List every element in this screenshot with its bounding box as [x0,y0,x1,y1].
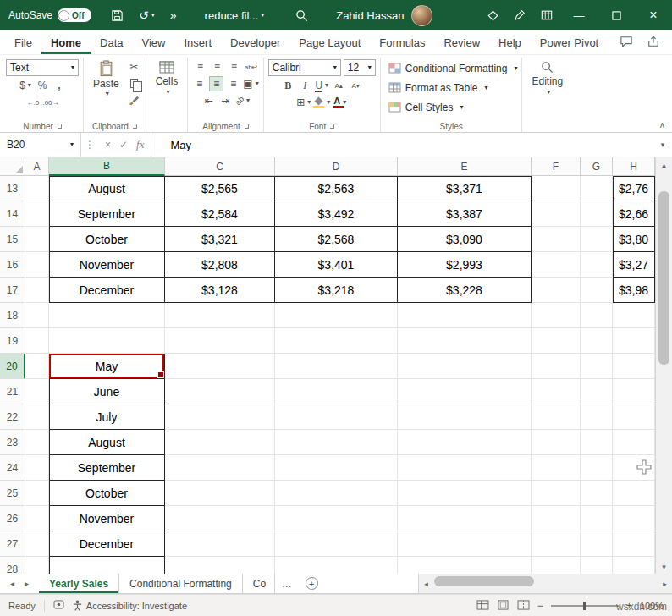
cell-H26[interactable] [613,506,655,531]
cell-C27[interactable] [165,531,275,557]
cell-D22[interactable] [275,404,398,430]
tab-home[interactable]: Home [41,30,91,54]
cell-C28[interactable] [165,557,275,574]
row-header-16[interactable]: 16 [0,252,25,278]
macro-record-icon[interactable] [53,600,64,611]
zoom-slider[interactable] [551,605,619,607]
cancel-icon[interactable]: × [105,139,111,151]
row-header-26[interactable]: 26 [0,506,25,531]
row-header-13[interactable]: 13 [0,176,25,201]
sheet-tab-co[interactable]: Co [243,574,275,593]
document-title[interactable]: reduce fil...▾ [205,9,265,22]
cell-F15[interactable] [532,227,581,252]
name-box[interactable]: B20▾ [0,133,81,157]
cell-D27[interactable] [275,531,398,557]
align-top-button[interactable]: ≡ [193,59,207,74]
cell-E17[interactable]: $3,228 [398,278,532,303]
tab-page-layout[interactable]: Page Layout [289,30,370,54]
cell-A24[interactable] [25,455,49,481]
cell-G19[interactable] [581,328,613,354]
cell-D13[interactable]: $2,563 [275,176,398,201]
cell-H28[interactable] [613,557,655,574]
cell-G27[interactable] [581,531,613,557]
font-size-dropdown[interactable]: 12▾ [344,59,376,76]
dialog-launcher-icon[interactable] [330,124,334,129]
search-button[interactable] [288,0,316,30]
underline-button[interactable]: U▾ [315,78,329,93]
cell-H25[interactable] [613,481,655,506]
dialog-launcher-icon[interactable] [133,124,137,129]
cell-G21[interactable] [581,379,613,404]
cell-E21[interactable] [398,379,532,404]
cell-D20[interactable] [275,354,398,379]
comments-icon[interactable] [620,36,633,50]
cell-H23[interactable] [613,430,655,455]
pen-icon[interactable] [506,0,533,30]
cell-A25[interactable] [25,481,49,506]
minimize-button[interactable]: — [560,0,598,30]
cell-G20[interactable] [581,354,613,379]
decrease-decimal-button[interactable]: .00→ [42,95,58,110]
cell-A17[interactable] [25,278,49,303]
page-layout-view-button[interactable] [497,600,510,612]
col-header-A[interactable]: A [25,157,49,176]
cell-G18[interactable] [581,303,613,328]
cell-G24[interactable] [581,455,613,481]
cell-H16[interactable]: $3,27 [613,252,655,278]
borders-button[interactable]: ⊞▾ [296,95,311,110]
number-format-dropdown[interactable]: Text▾ [6,59,79,76]
cell-C16[interactable]: $2,808 [165,252,275,278]
cell-B13[interactable]: August [49,176,165,201]
percent-style-button[interactable]: % [36,78,50,93]
merge-center-button[interactable]: ▣▾ [243,76,258,91]
cell-C25[interactable] [165,481,275,506]
cell-D21[interactable] [275,379,398,404]
col-header-B[interactable]: B [49,157,165,176]
format-as-table-button[interactable]: Format as Table ▾ [385,79,518,96]
cell-C14[interactable]: $2,584 [165,201,275,227]
align-bottom-button[interactable]: ≡ [227,59,241,74]
fill-color-button[interactable]: ▾ [313,95,330,110]
cell-F28[interactable] [532,557,581,574]
formula-bar-value[interactable]: May [151,133,653,157]
cell-H22[interactable] [613,404,655,430]
cell-G15[interactable] [581,227,613,252]
cell-D17[interactable]: $3,218 [275,278,398,303]
cell-C26[interactable] [165,506,275,531]
collapse-ribbon-button[interactable]: ∧ [659,120,665,129]
cell-C19[interactable] [165,328,275,354]
row-header-21[interactable]: 21 [0,379,25,404]
increase-indent-button[interactable]: ⇥ [218,93,233,108]
wrap-text-button[interactable]: ab↩ [244,59,258,74]
zoom-out-button[interactable]: − [537,600,543,612]
name-box-resizer[interactable]: ⋮ [81,133,98,157]
row-header-24[interactable]: 24 [0,455,25,481]
cell-B20[interactable]: May [49,354,165,379]
cell-B27[interactable]: December [49,531,165,557]
row-header-23[interactable]: 23 [0,430,25,455]
maximize-button[interactable] [598,0,635,30]
cell-G26[interactable] [581,506,613,531]
decrease-indent-button[interactable]: ⇤ [201,93,216,108]
cell-B24[interactable]: September [49,455,165,481]
cell-styles-button[interactable]: Cell Styles ▾ [385,98,518,116]
editing-button[interactable]: Editing ▾ [526,59,568,97]
cell-F24[interactable] [532,455,581,481]
align-left-button[interactable]: ≡ [192,76,207,91]
cell-H27[interactable] [613,531,655,557]
cell-G23[interactable] [581,430,613,455]
cell-F22[interactable] [532,404,581,430]
cell-F14[interactable] [532,201,581,227]
cell-F18[interactable] [532,303,581,328]
sheet-tab-conditional-formatting[interactable]: Conditional Formatting [119,574,243,593]
col-header-C[interactable]: C [165,157,275,176]
cell-C22[interactable] [165,404,275,430]
undo-button[interactable]: ↺▾ [131,0,162,30]
cell-A28[interactable] [25,557,49,574]
avatar[interactable] [411,5,432,26]
font-name-dropdown[interactable]: Calibri▾ [268,59,341,76]
formula-bar-expand-button[interactable]: ▾ [653,133,672,157]
cell-D24[interactable] [275,455,398,481]
format-painter-button[interactable] [127,91,141,107]
tab-review[interactable]: Review [434,30,489,54]
